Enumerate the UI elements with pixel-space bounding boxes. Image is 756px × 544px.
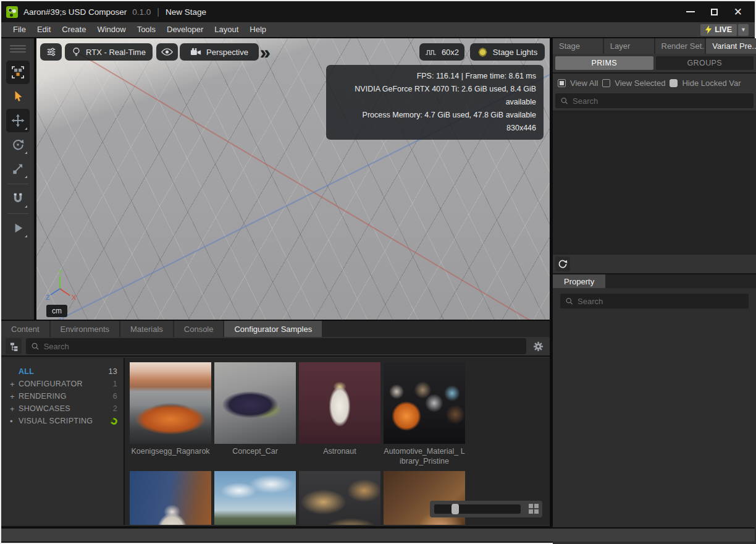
- panel-tab[interactable]: Layer: [604, 38, 654, 54]
- slider-handle[interactable]: [452, 504, 459, 514]
- checkbox[interactable]: [602, 79, 610, 87]
- snap-tool-button[interactable]: [6, 187, 30, 210]
- content-search-input[interactable]: [44, 342, 521, 351]
- title-separator: |: [157, 7, 159, 17]
- category-label: VISUAL SCRIPTING: [19, 417, 111, 425]
- camera-button[interactable]: Perspective: [180, 43, 259, 61]
- maximize-button[interactable]: [711, 9, 718, 15]
- play-button[interactable]: [6, 216, 30, 240]
- filter-option[interactable]: View Selected: [602, 79, 665, 88]
- panel-tab[interactable]: Variant Pre...: [706, 38, 756, 54]
- visibility-button[interactable]: [156, 43, 178, 61]
- checkbox[interactable]: [558, 79, 566, 87]
- sample-thumbnail[interactable]: [130, 362, 211, 444]
- minimize-button[interactable]: [686, 11, 695, 12]
- menu-item[interactable]: Edit: [32, 22, 56, 37]
- panel-tab[interactable]: Content: [1, 321, 49, 337]
- stage-lights-label: Stage Lights: [493, 48, 537, 57]
- checkbox[interactable]: [670, 79, 678, 87]
- close-button[interactable]: ✕: [734, 7, 742, 17]
- groups-button[interactable]: GROUPS: [656, 56, 754, 70]
- refresh-button[interactable]: [555, 257, 570, 271]
- filter-label: View Selected: [615, 79, 665, 88]
- search-icon: [560, 96, 568, 105]
- sample-item[interactable]: Astronaut: [299, 362, 380, 470]
- panel-tab[interactable]: Materials: [120, 321, 173, 337]
- category-row[interactable]: + RENDERING 6: [10, 390, 117, 402]
- variant-list-empty: [553, 111, 756, 255]
- selection-mode-button[interactable]: [6, 61, 30, 84]
- live-sync-button[interactable]: LIVE: [700, 24, 737, 36]
- panel-tab[interactable]: Console: [174, 321, 224, 337]
- prims-button[interactable]: PRIMS: [555, 56, 653, 70]
- menu-item[interactable]: Layout: [209, 22, 244, 37]
- category-row[interactable]: ALL 13: [10, 365, 117, 378]
- variant-search-input[interactable]: [573, 96, 749, 106]
- sample-thumbnail[interactable]: [214, 471, 296, 525]
- toolbar-grip-handle[interactable]: [10, 43, 26, 54]
- category-label: SHOWCASES: [19, 404, 113, 413]
- refresh-icon: [558, 259, 568, 269]
- sample-item[interactable]: Automotive_Material_ Library_Pristine: [384, 362, 465, 470]
- sample-item[interactable]: [214, 471, 296, 525]
- scale-tool-button[interactable]: [6, 157, 30, 181]
- expand-icon[interactable]: +: [10, 392, 19, 401]
- toolbar-expand-chevrons[interactable]: »: [260, 42, 267, 63]
- filter-option[interactable]: Hide Locked Var: [670, 79, 741, 88]
- document-title: New Stage: [166, 7, 206, 17]
- tree-view-toggle-button[interactable]: [6, 338, 22, 354]
- move-tool-button[interactable]: [6, 109, 30, 132]
- content-browser-panel: ContentEnvironmentsMaterialsConsoleConfi…: [1, 321, 550, 526]
- render-mode-button[interactable]: RTX - Real-Time: [65, 43, 153, 61]
- render-mode-label: RTX - Real-Time: [86, 48, 146, 57]
- live-dropdown-button[interactable]: ▼: [738, 24, 749, 36]
- menu-item[interactable]: Tools: [132, 22, 161, 37]
- sample-thumbnail[interactable]: [384, 362, 465, 444]
- expand-icon[interactable]: •: [10, 417, 19, 426]
- property-search[interactable]: [560, 294, 749, 308]
- sample-thumbnail[interactable]: [299, 362, 380, 444]
- viewport-settings-button[interactable]: [40, 43, 62, 61]
- category-row[interactable]: + SHOWCASES 2: [10, 402, 117, 415]
- slider-track[interactable]: [434, 504, 521, 514]
- stats-line: Process Memory: 4.7 GiB used, 47.8 GiB a…: [334, 109, 536, 122]
- sample-item[interactable]: Koenigsegg_Ragnarok: [130, 362, 211, 470]
- sample-thumbnail[interactable]: [130, 471, 211, 525]
- sample-item[interactable]: Concept_Car: [214, 362, 296, 470]
- menu-bar: FileEditCreateWindowToolsDeveloperLayout…: [1, 22, 755, 38]
- menu-item[interactable]: Developer: [161, 22, 209, 37]
- filter-option[interactable]: View All: [558, 79, 598, 88]
- property-tab[interactable]: Property: [553, 274, 605, 288]
- expand-icon[interactable]: +: [10, 404, 19, 414]
- sample-item[interactable]: [299, 471, 380, 525]
- content-search[interactable]: [26, 338, 526, 354]
- panel-tab[interactable]: Configurator Samples: [224, 321, 322, 337]
- panel-tab[interactable]: Render Set...: [655, 38, 705, 54]
- thumbnail-size-slider[interactable]: [430, 501, 542, 517]
- svg-text:X: X: [72, 294, 77, 301]
- sample-rate-button[interactable]: 60x2: [419, 43, 464, 61]
- category-row[interactable]: • VISUAL SCRIPTING: [10, 415, 117, 427]
- sample-thumbnail[interactable]: [214, 362, 296, 444]
- axis-gizmo: Y X Z: [45, 269, 77, 302]
- expand-icon[interactable]: +: [10, 380, 19, 389]
- sample-item[interactable]: [130, 471, 211, 525]
- stage-panel-tabs: StageLayerRender Set...Variant Pre...: [553, 38, 756, 54]
- category-row[interactable]: + CONFIGURATOR 1: [10, 378, 117, 390]
- menu-item[interactable]: Help: [244, 22, 272, 37]
- sample-label: Automotive_Material_ Library_Pristine: [384, 444, 465, 470]
- property-search-input[interactable]: [578, 297, 744, 306]
- select-tool-button[interactable]: [6, 85, 30, 108]
- variant-search[interactable]: [555, 93, 754, 108]
- menu-item[interactable]: Create: [56, 22, 91, 37]
- browser-options-button[interactable]: [531, 339, 545, 354]
- svg-text:Y: Y: [58, 269, 63, 276]
- viewport[interactable]: RTX - Real-Time Perspective » 60x2: [36, 38, 550, 320]
- menu-item[interactable]: File: [7, 22, 32, 37]
- menu-item[interactable]: Window: [91, 22, 131, 37]
- rotate-tool-button[interactable]: [6, 133, 30, 156]
- sample-thumbnail[interactable]: [299, 471, 380, 525]
- stage-lights-button[interactable]: Stage Lights: [470, 43, 545, 61]
- panel-tab[interactable]: Environments: [51, 321, 119, 337]
- panel-tab[interactable]: Stage: [553, 38, 603, 54]
